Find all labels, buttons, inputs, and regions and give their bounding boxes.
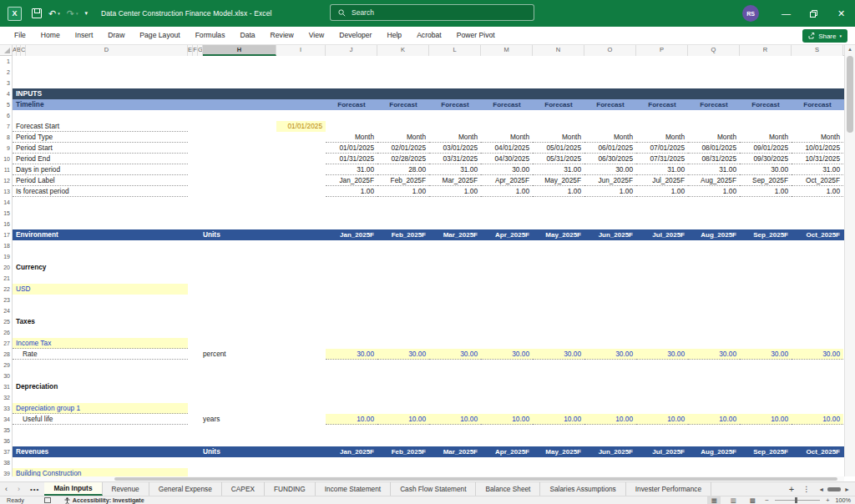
row34-value-8[interactable]: 10.00 [740, 414, 792, 425]
row-header-16[interactable]: 16 [0, 219, 13, 229]
sheet-tab-general-expense[interactable]: General Expense [149, 482, 222, 496]
row-header-27[interactable]: 27 [0, 338, 13, 349]
row13-value-5[interactable]: 1.00 [584, 186, 636, 197]
row11-value-2[interactable]: 31.00 [429, 164, 481, 175]
row37-value-2[interactable]: Mar_2025F [429, 446, 481, 457]
ribbon-tab-data[interactable]: Data [232, 27, 262, 44]
row-header-12[interactable]: 12 [0, 175, 13, 186]
row-header-5[interactable]: 5 [0, 99, 13, 110]
row9-value-9[interactable]: 10/01/2025 [792, 143, 843, 154]
ribbon-tab-home[interactable]: Home [33, 27, 68, 44]
row28-value-8[interactable]: 30.00 [740, 349, 792, 360]
row-header-33[interactable]: 33 [0, 403, 13, 414]
row8-value-0[interactable]: Month [326, 132, 377, 143]
ribbon-tab-acrobat[interactable]: Acrobat [409, 27, 449, 44]
horizontal-scrollbar-thumb[interactable] [114, 477, 837, 481]
row11-value-9[interactable]: 31.00 [792, 164, 843, 175]
row37-value-5[interactable]: Jun_2025F [584, 446, 636, 457]
row5-value-9[interactable]: Forecast [792, 99, 843, 110]
excel-app-icon[interactable]: X [8, 7, 22, 21]
row9-value-3[interactable]: 04/01/2025 [481, 143, 533, 154]
add-sheet-button[interactable]: + [789, 484, 794, 494]
row34-value-6[interactable]: 10.00 [636, 414, 688, 425]
row11-value-8[interactable]: 30.00 [740, 164, 792, 175]
search-box[interactable]: Search [330, 4, 534, 21]
vertical-scrollbar-thumb[interactable] [847, 56, 853, 133]
row13-value-4[interactable]: 1.00 [533, 186, 584, 197]
section-header-label[interactable]: Environment [13, 229, 188, 240]
units-cell[interactable]: years [203, 414, 220, 425]
row17-value-6[interactable]: Jul_2025F [636, 229, 688, 240]
sheet-tab-salaries-assumptions[interactable]: Salaries Assumptions [540, 482, 625, 496]
accessibility-status[interactable]: Accessibility: Investigate [64, 496, 144, 504]
row-header-8[interactable]: 8 [0, 132, 13, 143]
row-header-3[interactable]: 3 [0, 78, 13, 88]
row5-value-4[interactable]: Forecast [533, 99, 584, 110]
line-item-label[interactable]: Rate [13, 349, 188, 360]
row-header-35[interactable]: 35 [0, 425, 13, 436]
row13-value-2[interactable]: 1.00 [429, 186, 481, 197]
ribbon-tab-file[interactable]: File [7, 27, 33, 44]
row-header-6[interactable]: 6 [0, 110, 13, 121]
sheet-tab-income-statement[interactable]: Income Statement [316, 482, 391, 496]
row13-value-7[interactable]: 1.00 [688, 186, 740, 197]
ribbon-tab-draw[interactable]: Draw [100, 27, 132, 44]
column-header-K[interactable]: K [377, 45, 429, 56]
row9-value-7[interactable]: 08/01/2025 [688, 143, 740, 154]
column-header-S[interactable]: S [792, 45, 843, 56]
row-header-15[interactable]: 15 [0, 208, 13, 219]
row13-value-3[interactable]: 1.00 [481, 186, 533, 197]
row17-value-5[interactable]: Jun_2025F [584, 229, 636, 240]
row34-value-3[interactable]: 10.00 [481, 414, 533, 425]
row28-value-2[interactable]: 30.00 [429, 349, 481, 360]
row28-value-7[interactable]: 30.00 [688, 349, 740, 360]
scroll-up-icon[interactable]: ▲ [845, 45, 855, 54]
input-date-cell[interactable]: 01/01/2025 [276, 121, 326, 132]
row-header-11[interactable]: 11 [0, 164, 13, 175]
row37-value-1[interactable]: Feb_2025F [377, 446, 429, 457]
row10-value-9[interactable]: 10/31/2025 [792, 154, 843, 164]
row-header-29[interactable]: 29 [0, 360, 13, 370]
row17-value-4[interactable]: May_2025F [533, 229, 584, 240]
line-item-label[interactable]: Period Label [13, 175, 188, 186]
row-header-17[interactable]: 17 [0, 229, 13, 240]
row12-value-9[interactable]: Oct_2025F [792, 175, 843, 186]
row34-value-5[interactable]: 10.00 [584, 414, 636, 425]
row-header-13[interactable]: 13 [0, 186, 13, 197]
vertical-scrollbar[interactable]: ▲ [844, 45, 855, 476]
column-header-R[interactable]: R [740, 45, 792, 56]
row5-value-7[interactable]: Forecast [688, 99, 740, 110]
row-header-32[interactable]: 32 [0, 392, 13, 403]
row-header-22[interactable]: 22 [0, 284, 13, 295]
row12-value-8[interactable]: Sep_2025F [740, 175, 792, 186]
row10-value-7[interactable]: 08/31/2025 [688, 154, 740, 164]
column-header-N[interactable]: N [533, 45, 584, 56]
undo-button[interactable]: ↶▾ [45, 4, 63, 23]
row12-value-0[interactable]: Jan_2025F [326, 175, 377, 186]
row-header-25[interactable]: 25 [0, 316, 13, 327]
row10-value-4[interactable]: 05/31/2025 [533, 154, 584, 164]
row10-value-3[interactable]: 04/30/2025 [481, 154, 533, 164]
input-label-cell[interactable]: Building Construction [13, 468, 188, 476]
row37-value-7[interactable]: Aug_2025F [688, 446, 740, 457]
row-header-34[interactable]: 34 [0, 414, 13, 425]
row8-value-7[interactable]: Month [688, 132, 740, 143]
ribbon-tab-page-layout[interactable]: Page Layout [132, 27, 187, 44]
row12-value-4[interactable]: May_2025F [533, 175, 584, 186]
select-all-corner[interactable] [0, 45, 13, 55]
line-item-label[interactable]: Period End [13, 154, 188, 164]
column-header-M[interactable]: M [481, 45, 533, 56]
tabbar-menu-icon[interactable]: ⋮ [802, 485, 810, 493]
tab-scroll-right-icon[interactable]: ► [844, 486, 850, 492]
row-header-14[interactable]: 14 [0, 197, 13, 208]
avatar[interactable]: RS [742, 5, 759, 22]
row-header-38[interactable]: 38 [0, 457, 13, 468]
row11-value-5[interactable]: 30.00 [584, 164, 636, 175]
row17-value-2[interactable]: Mar_2025F [429, 229, 481, 240]
row8-value-5[interactable]: Month [584, 132, 636, 143]
row-header-4[interactable]: 4 [0, 88, 13, 99]
row5-value-5[interactable]: Forecast [584, 99, 636, 110]
row-header-26[interactable]: 26 [0, 327, 13, 338]
zoom-slider-thumb[interactable] [795, 497, 797, 503]
column-header-I[interactable]: I [276, 45, 326, 56]
